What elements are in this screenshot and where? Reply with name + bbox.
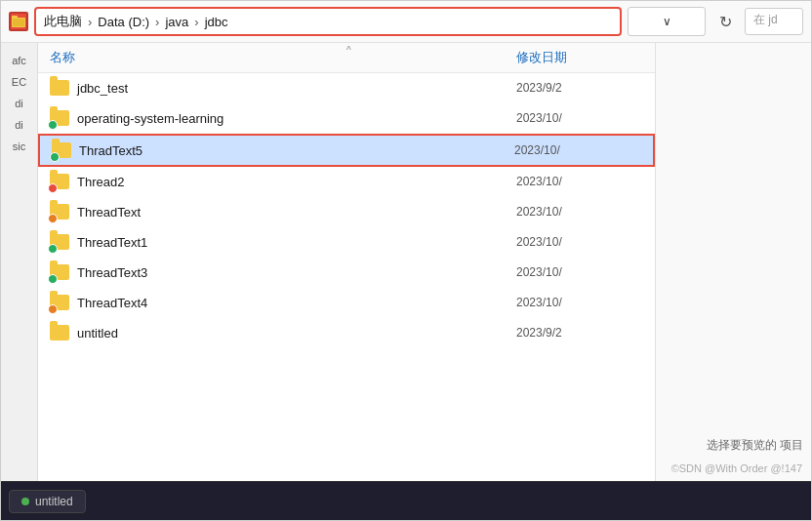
dropdown-chevron: ∨ bbox=[663, 15, 671, 28]
table-row[interactable]: ThradText5 2023/10/ bbox=[38, 134, 655, 167]
table-row[interactable]: ThreadText3 2023/10/ bbox=[38, 258, 655, 288]
file-name: untitled bbox=[77, 326, 516, 341]
table-row[interactable]: jdbc_test 2023/9/2 bbox=[38, 73, 655, 103]
explorer-window: 此电脑 › Data (D:) › java › jdbc ∨ ↻ 在 jd a… bbox=[0, 0, 812, 521]
maven-icon bbox=[50, 108, 69, 128]
taskbar: untitled bbox=[1, 481, 811, 520]
maven-icon bbox=[50, 172, 69, 191]
file-date: 2023/10/ bbox=[516, 111, 643, 125]
file-date: 2023/9/2 bbox=[516, 81, 643, 95]
file-date: 2023/9/2 bbox=[516, 326, 643, 340]
taskbar-item-0[interactable]: untitled bbox=[9, 490, 86, 513]
sidebar-item-3[interactable]: di bbox=[1, 115, 37, 135]
file-date: 2023/10/ bbox=[516, 205, 643, 219]
path-part-2[interactable]: java bbox=[165, 15, 188, 29]
folder-icon bbox=[50, 78, 69, 98]
dropdown-button[interactable]: ∨ bbox=[628, 7, 706, 36]
search-box[interactable]: 在 jd bbox=[745, 8, 803, 35]
file-name: Thread2 bbox=[77, 175, 516, 189]
file-date: 2023/10/ bbox=[516, 265, 643, 279]
file-name: ThreadText3 bbox=[77, 265, 516, 280]
file-date: 2023/10/ bbox=[514, 143, 641, 157]
badge-green-icon bbox=[48, 120, 58, 130]
taskbar-item-label: untitled bbox=[35, 495, 73, 508]
file-date: 2023/10/ bbox=[516, 175, 643, 188]
maven-icon bbox=[52, 140, 71, 160]
file-name: ThradText5 bbox=[79, 143, 514, 158]
table-row[interactable]: untitled 2023/9/2 bbox=[38, 318, 655, 348]
file-name: jdbc_test bbox=[77, 81, 516, 96]
address-box[interactable]: 此电脑 › Data (D:) › java › jdbc bbox=[34, 7, 622, 36]
maven-icon bbox=[50, 202, 69, 221]
address-bar-row: 此电脑 › Data (D:) › java › jdbc ∨ ↻ 在 jd bbox=[1, 1, 811, 43]
file-date: 2023/10/ bbox=[516, 296, 643, 309]
table-row[interactable]: ThreadText4 2023/10/ bbox=[38, 288, 655, 318]
column-headers: ^ 名称 修改日期 bbox=[38, 43, 655, 73]
badge-red-icon bbox=[48, 183, 58, 193]
path-part-1[interactable]: Data (D:) bbox=[98, 15, 149, 29]
folder-icon bbox=[50, 323, 69, 342]
preview-hint: 选择要预览的 项目 bbox=[664, 437, 803, 454]
path-part-3[interactable]: jdbc bbox=[205, 15, 228, 29]
sidebar-item-4[interactable]: sic bbox=[1, 137, 37, 156]
maven-icon bbox=[50, 232, 69, 252]
refresh-button[interactable]: ↻ bbox=[711, 8, 739, 35]
file-list: ^ 名称 修改日期 jdbc_test 2023/9/2 bbox=[38, 43, 655, 481]
maven-icon bbox=[50, 262, 69, 282]
col-name-header[interactable]: 名称 bbox=[50, 47, 516, 68]
badge-green-icon bbox=[50, 152, 60, 162]
badge-orange-icon bbox=[48, 214, 58, 223]
col-date-header[interactable]: 修改日期 bbox=[516, 49, 643, 66]
sort-arrow-icon: ^ bbox=[346, 45, 351, 56]
table-row[interactable]: Thread2 2023/10/ bbox=[38, 167, 655, 197]
badge-orange-icon bbox=[48, 304, 58, 314]
svg-rect-2 bbox=[13, 19, 24, 26]
search-placeholder: 在 jd bbox=[753, 13, 778, 26]
file-name: ThreadText4 bbox=[77, 296, 516, 310]
file-date: 2023/10/ bbox=[516, 235, 643, 249]
file-name: operating-system-learning bbox=[77, 111, 516, 126]
sidebar: afc EC di di sic bbox=[1, 43, 38, 481]
taskbar-dot-icon bbox=[21, 498, 29, 505]
badge-green-icon bbox=[48, 274, 58, 284]
main-area: afc EC di di sic ^ 名称 修改日期 jdbc_test bbox=[1, 43, 811, 481]
nav-folder-icon[interactable] bbox=[9, 12, 28, 31]
file-rows: jdbc_test 2023/9/2 operating-system-lear… bbox=[38, 73, 655, 481]
table-row[interactable]: ThreadText1 2023/10/ bbox=[38, 227, 655, 258]
address-text: 此电脑 › Data (D:) › java › jdbc bbox=[44, 13, 227, 30]
maven-icon bbox=[50, 293, 69, 312]
file-name: ThreadText bbox=[77, 205, 516, 220]
table-row[interactable]: ThreadText 2023/10/ bbox=[38, 197, 655, 227]
sidebar-item-0[interactable]: afc bbox=[1, 51, 37, 70]
sidebar-item-2[interactable]: di bbox=[1, 94, 37, 113]
sidebar-item-1[interactable]: EC bbox=[1, 72, 37, 92]
refresh-icon: ↻ bbox=[719, 13, 732, 31]
file-name: ThreadText1 bbox=[77, 235, 516, 250]
table-row[interactable]: operating-system-learning 2023/10/ bbox=[38, 103, 655, 134]
badge-green-icon bbox=[48, 244, 58, 254]
right-panel: 选择要预览的 项目 bbox=[655, 43, 811, 481]
path-part-0[interactable]: 此电脑 bbox=[44, 13, 82, 30]
